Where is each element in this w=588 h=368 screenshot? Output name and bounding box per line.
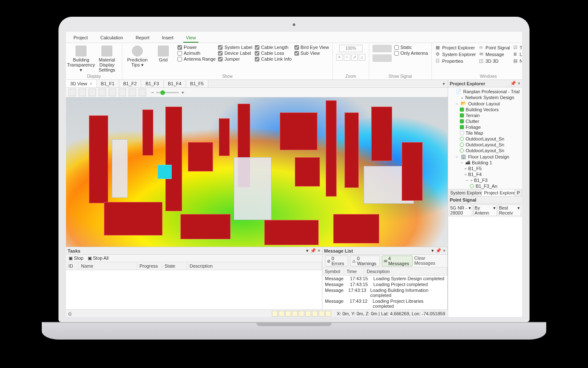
win-nsd-table[interactable]: ▤NSD Table xyxy=(512,58,522,64)
warnings-badge[interactable]: ⚠ 0 Warnings xyxy=(350,256,380,266)
sb-icon[interactable] xyxy=(272,311,278,317)
chk-sub-view[interactable]: Sub View xyxy=(294,51,329,56)
win-project-explorer[interactable]: ▦Project Explorer xyxy=(435,45,476,50)
win-system-explorer[interactable]: ⚙System Explorer xyxy=(435,51,476,57)
stop-button[interactable]: ▣ Stop xyxy=(68,256,84,261)
zoom-select[interactable]: 100% xyxy=(339,45,362,52)
signal-btn-2[interactable] xyxy=(373,54,392,62)
chk-system-label[interactable]: System Label xyxy=(218,45,252,50)
chk-bird-eye[interactable]: Bird Eye View xyxy=(294,45,329,50)
status-coords: X: 0m, Y: 0m, Z: 0m | Lat: 4.666269, Lon… xyxy=(337,311,445,316)
laptop-mockup: Project Calculation Report Insert View B… xyxy=(58,17,530,343)
ribbon-group-windows: ▦Project Explorer ⚙System Explorer ☷Prop… xyxy=(432,43,522,79)
chk-jumper[interactable]: Jumper xyxy=(218,56,252,61)
tab-b1-f4[interactable]: B1_F4 xyxy=(164,80,186,87)
sb-icon[interactable] xyxy=(279,311,284,317)
vt-move-icon[interactable] xyxy=(89,89,96,96)
sb-icon[interactable] xyxy=(292,311,298,317)
sb-icon[interactable] xyxy=(312,311,318,317)
zoom-reset-icon[interactable]: ⌂ xyxy=(359,54,365,61)
zoom-fit-icon[interactable]: ⤢ xyxy=(351,54,358,61)
tasks-header: ID Name Progress State Description xyxy=(66,262,322,270)
chk-static[interactable]: Static xyxy=(394,45,428,50)
close-icon[interactable]: × xyxy=(443,248,446,253)
table-icon: ▤ xyxy=(512,58,518,64)
pin-icon[interactable]: 📌 xyxy=(310,248,316,253)
pin-icon[interactable]: 📌 xyxy=(510,81,516,86)
chk-antenna-range[interactable]: Antenna Range xyxy=(177,56,215,61)
show-col-4: Bird Eye View Sub View xyxy=(294,45,329,56)
grid-button[interactable]: Grid xyxy=(152,45,175,63)
tab-3d-view[interactable]: 3D View× xyxy=(66,80,97,87)
zoom-out-icon[interactable]: − xyxy=(344,54,350,61)
close-icon[interactable]: × xyxy=(318,248,320,253)
win-tasks[interactable]: ☑Tasks xyxy=(512,45,522,50)
3d-viewport[interactable] xyxy=(66,97,448,247)
tab-b1-f5[interactable]: B1_F5 xyxy=(186,80,208,87)
vt-text-icon[interactable] xyxy=(129,89,136,96)
tab-p[interactable]: P xyxy=(515,189,522,196)
stop-all-button[interactable]: ▣ Stop All xyxy=(88,256,109,261)
ribbon-group-signal: Static Only Antenna Show Signal xyxy=(369,43,432,79)
tab-b1-f3[interactable]: B1_F3 xyxy=(141,80,163,87)
close-icon[interactable]: × xyxy=(518,81,520,86)
panel-menu-icon[interactable]: ▾ xyxy=(431,248,434,253)
pointsignal-band-select[interactable]: 5G NR - 28000▾ xyxy=(449,204,472,216)
pointsignal-metric-select[interactable]: Best Receiv▾ xyxy=(498,204,521,216)
tab-project-explorer[interactable]: Project Explorer xyxy=(482,189,515,196)
win-3d[interactable]: ◫3D 3D xyxy=(479,58,510,64)
tab-b1-f2[interactable]: B1_F2 xyxy=(119,80,141,87)
ribbon: Building Transparency ▾ Material Display… xyxy=(66,43,522,80)
chk-cable-length[interactable]: Cable Length xyxy=(255,45,291,50)
panel-menu-icon[interactable]: ▾ xyxy=(306,248,309,253)
menu-insert[interactable]: Insert xyxy=(160,33,176,43)
signal-btn-1[interactable] xyxy=(373,45,392,52)
sb-icon[interactable] xyxy=(305,311,311,317)
win-message[interactable]: ✉Message xyxy=(479,51,510,57)
win-layers[interactable]: ≣Layers xyxy=(512,51,522,57)
sb-icon[interactable] xyxy=(319,311,324,317)
clear-messages-button[interactable]: Clear Messages xyxy=(414,256,445,266)
close-icon[interactable]: × xyxy=(90,82,92,86)
check-icon: ☑ xyxy=(512,45,518,50)
chk-cable-link-info[interactable]: Cable Link Info xyxy=(255,56,291,61)
sb-icon[interactable] xyxy=(285,311,291,317)
zoom-in-icon[interactable]: + xyxy=(336,54,343,61)
menu-view[interactable]: View xyxy=(183,33,198,43)
opacity-slider[interactable]: −+ xyxy=(151,90,184,95)
material-display-settings-button[interactable]: Material Display Settings xyxy=(95,45,119,73)
sb-icon[interactable] xyxy=(299,311,304,317)
sb-icon[interactable] xyxy=(325,311,331,317)
status-bar: ⎙ X: 0m, Y: 0m, Z: 0m | Lat: 4.666269, L… xyxy=(66,309,448,317)
grid-icon: ▦ xyxy=(435,45,441,50)
chk-power[interactable]: Power xyxy=(177,45,215,50)
tab-system-explorer[interactable]: System Explorer xyxy=(448,189,482,196)
vt-walls-icon[interactable] xyxy=(119,89,126,96)
building-transparency-button[interactable]: Building Transparency ▾ xyxy=(69,45,93,73)
tab-dropdown-icon[interactable]: ▾ xyxy=(440,81,448,87)
menu-calculation[interactable]: Calculation xyxy=(98,33,125,43)
vt-select-icon[interactable] xyxy=(68,89,76,96)
win-point-signal[interactable]: ፨Point Signal xyxy=(479,45,510,50)
messages-badge[interactable]: ✉ 4 Messages xyxy=(382,256,413,266)
vt-pan-icon[interactable] xyxy=(79,89,86,96)
win-properties[interactable]: ☷Properties xyxy=(435,58,476,64)
prediction-tips-button[interactable]: Prediction Tips ▾ xyxy=(126,45,149,68)
project-tree[interactable]: 📄 Ranplan Professional - Trial ⬩ Network… xyxy=(448,87,522,189)
show-col-3: Cable Length Cable Loss Cable Link Info xyxy=(255,45,291,61)
vt-box-icon[interactable] xyxy=(99,89,106,96)
pin-icon[interactable]: 📌 xyxy=(436,248,441,253)
tasks-panel: Tasks ▾📌× ▣ Stop ▣ Stop All ID Name Prog… xyxy=(66,247,322,309)
tab-b1-f1[interactable]: B1_F1 xyxy=(97,80,119,87)
chk-device-label[interactable]: Device Label xyxy=(218,51,252,56)
errors-badge[interactable]: ⊘ 0 Errors xyxy=(325,256,348,266)
menu-project[interactable]: Project xyxy=(71,33,90,43)
chk-azimuth[interactable]: Azimuth xyxy=(177,51,215,56)
pointsignal-by-select[interactable]: By Antenn▾ xyxy=(473,204,497,216)
chk-only-antenna[interactable]: Only Antenna xyxy=(394,51,428,56)
vt-misc-icon[interactable] xyxy=(139,89,146,96)
points-icon: ፨ xyxy=(479,45,484,50)
menu-report[interactable]: Report xyxy=(133,33,152,43)
vt-lines-icon[interactable] xyxy=(109,89,116,96)
chk-cable-loss[interactable]: Cable Loss xyxy=(255,51,291,56)
